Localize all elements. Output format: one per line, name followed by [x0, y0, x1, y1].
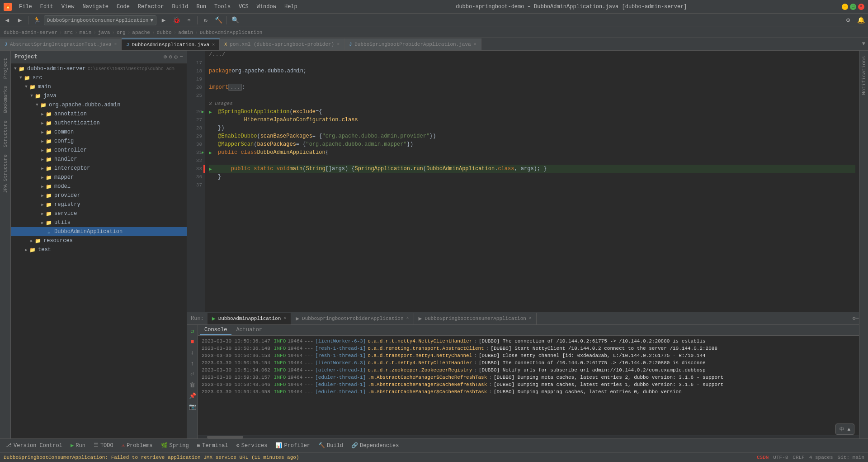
run-tab-close-1[interactable]: ×	[406, 316, 409, 321]
bc-class[interactable]: DubboAdminApplication	[200, 30, 263, 35]
run-config-combo[interactable]: DubboSpringbootConsumerApplication ▼	[44, 15, 156, 25]
tree-authentication[interactable]: ▶ 📁 authentication	[11, 119, 187, 128]
tree-mapper[interactable]: ▶ 📁 mapper	[11, 173, 187, 182]
console-tab[interactable]: Console	[200, 326, 231, 335]
tree-root[interactable]: ▼ 📁 dubbo-admin-server C:\Users\15031\De…	[11, 64, 187, 73]
menu-view[interactable]: View	[58, 3, 78, 11]
menu-refactor[interactable]: Refactor	[134, 3, 168, 11]
hide-panel-button[interactable]: −	[179, 53, 183, 61]
tabs-overflow-button[interactable]: ▼	[859, 38, 868, 50]
bc-org[interactable]: org	[117, 30, 126, 35]
tree-common[interactable]: ▶ 📁 common	[11, 128, 187, 137]
dependencies-button[interactable]: 🔗 Dependencies	[348, 441, 402, 450]
code-content[interactable]: /.../ package org.apache.dubbo.admin; im…	[205, 51, 859, 312]
bc-admin[interactable]: admin	[178, 30, 193, 35]
version-control-button[interactable]: ⎇ Version Control	[2, 441, 66, 450]
bc-dubbo[interactable]: dubbo	[157, 30, 172, 35]
maximize-button[interactable]: □	[850, 4, 856, 10]
bc-root[interactable]: dubbo-admin-server	[4, 30, 57, 35]
scroll-to-end[interactable]: ↓	[189, 348, 197, 357]
chat-widget[interactable]: 中 ▲	[835, 424, 854, 435]
run-tab-close-0[interactable]: ×	[283, 316, 286, 321]
tree-java[interactable]: ▼ 📁 java	[11, 91, 187, 100]
run-bottom-button[interactable]: ▶ Run	[67, 441, 89, 450]
statusbar-encoding[interactable]: UTF-8	[773, 455, 788, 460]
run-panel-hide[interactable]: −	[856, 315, 859, 322]
lvt-bookmarks[interactable]: Bookmarks	[2, 82, 9, 116]
statusbar-line-sep[interactable]: CRLF	[793, 455, 804, 460]
menu-run[interactable]: Run	[193, 3, 210, 11]
console-output[interactable]: 2023-03-30 10:50:36.147 INFO 19464 --- […	[198, 336, 859, 435]
tree-annotation[interactable]: ▶ 📁 annotation	[11, 110, 187, 119]
actuator-tab[interactable]: Actuator	[231, 326, 267, 335]
gutter-run-icon[interactable]: ▶	[209, 109, 218, 115]
tab-abstract-spring[interactable]: J AbstractSpringIntegrationTest.java ×	[0, 38, 122, 50]
run-button[interactable]: ▶	[158, 15, 169, 26]
tab-pom-xml[interactable]: X pom.xml (dubbo-springboot-probider) ×	[220, 38, 344, 50]
tree-provider[interactable]: ▶ 📁 provider	[11, 191, 187, 200]
tab-close-2[interactable]: ×	[337, 42, 340, 47]
stop-button[interactable]: ■	[189, 338, 197, 346]
minimize-button[interactable]: −	[842, 4, 848, 10]
locate-file-button[interactable]: ⊕	[164, 53, 167, 61]
tree-controller[interactable]: ▶ 📁 controller	[11, 146, 187, 155]
clear-all[interactable]: 🗑	[189, 381, 197, 389]
services-button[interactable]: ⚙ Services	[233, 441, 271, 450]
run-tab-close-2[interactable]: ×	[529, 316, 532, 321]
rerun-button[interactable]: ↺	[189, 327, 197, 335]
menu-file[interactable]: File	[15, 3, 36, 11]
bc-apache[interactable]: apache	[132, 30, 150, 35]
tree-registry[interactable]: ▶ 📁 registry	[11, 200, 187, 209]
menu-edit[interactable]: Edit	[37, 3, 57, 11]
coverage-button[interactable]: ☂	[184, 15, 194, 26]
snapshot[interactable]: 📷	[189, 403, 197, 411]
pin-tab[interactable]: 📌	[189, 392, 197, 400]
run-panel-settings[interactable]: ⚙	[853, 315, 856, 322]
statusbar-git[interactable]: Git: main	[838, 455, 864, 460]
problems-button[interactable]: ⚠ Problems	[118, 441, 156, 450]
tree-interceptor[interactable]: ▶ 📁 interceptor	[11, 164, 187, 173]
gutter-run-icon-2[interactable]: ▶	[209, 150, 218, 156]
tree-main[interactable]: ▼ 📁 main	[11, 82, 187, 91]
tree-model[interactable]: ▶ 📁 model	[11, 182, 187, 191]
tree-handler[interactable]: ▶ 📁 handler	[11, 155, 187, 164]
soft-wrap[interactable]: ⏎	[189, 370, 197, 378]
tab-close-0[interactable]: ×	[114, 42, 117, 47]
bc-main[interactable]: main	[80, 30, 91, 35]
scroll-to-start[interactable]: ↑	[189, 359, 197, 367]
run-tab-1[interactable]: ▶ DubboSpringbootProbiderApplication ×	[291, 313, 414, 324]
forward-button[interactable]: ▶	[14, 15, 25, 26]
tree-package[interactable]: ▼ 📁 org.apache.dubbo.admin	[11, 100, 187, 110]
search-everywhere-button[interactable]: 🔍	[230, 15, 241, 26]
import-collapse-toggle[interactable]: ...	[228, 84, 242, 91]
menu-window[interactable]: Window	[253, 3, 280, 11]
tree-src[interactable]: ▼ 📁 src	[11, 73, 187, 82]
lvt-structure[interactable]: Structure	[2, 117, 9, 151]
settings-button[interactable]: ⚙	[843, 15, 854, 26]
lvt-jpa[interactable]: JPA Structure	[2, 151, 9, 197]
menu-navigate[interactable]: Navigate	[79, 3, 112, 11]
build-bottom-button[interactable]: 🔨 Build	[315, 441, 347, 450]
tree-utils[interactable]: ▶ 📁 utils	[11, 218, 187, 227]
close-button[interactable]: ×	[858, 4, 864, 10]
bc-java[interactable]: java	[98, 30, 110, 35]
menu-build[interactable]: Build	[168, 3, 192, 11]
tab-probider-app[interactable]: J DubboSpringbootProbiderApplication.jav…	[344, 38, 481, 50]
options-button[interactable]: ⚙	[174, 53, 178, 61]
run-tab-2[interactable]: ▶ DubboSpringbootConsumerApplication ×	[414, 313, 537, 324]
menu-code[interactable]: Code	[113, 3, 133, 11]
terminal-button[interactable]: ⊞ Terminal	[193, 441, 232, 450]
menu-vcs[interactable]: VCS	[235, 3, 252, 11]
spring-button[interactable]: 🌿 Spring	[157, 441, 193, 450]
back-button[interactable]: ◀	[2, 15, 13, 26]
debug-button[interactable]: 🐞	[171, 15, 182, 26]
lvt-project[interactable]: Project	[2, 54, 9, 82]
collapse-all-button[interactable]: ⊖	[169, 53, 173, 61]
sync-button[interactable]: ↻	[200, 15, 211, 26]
notifications-button[interactable]: 🔔	[855, 15, 866, 26]
editor-scroll[interactable]: 17 18 19 20 25 26 ● 27 28 29 30 31 ● 32 …	[187, 51, 859, 312]
menu-help[interactable]: Help	[281, 3, 301, 11]
build-button[interactable]: 🔨	[213, 15, 224, 26]
gutter-run-icon-3[interactable]: ▶	[209, 166, 218, 172]
bc-src[interactable]: src	[64, 30, 73, 35]
